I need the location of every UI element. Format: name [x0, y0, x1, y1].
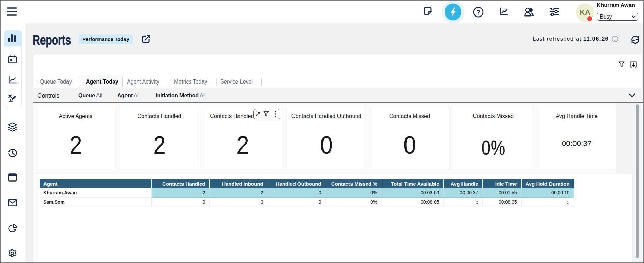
svg-text:i: i: [614, 37, 616, 42]
svg-text:?: ?: [476, 9, 480, 16]
